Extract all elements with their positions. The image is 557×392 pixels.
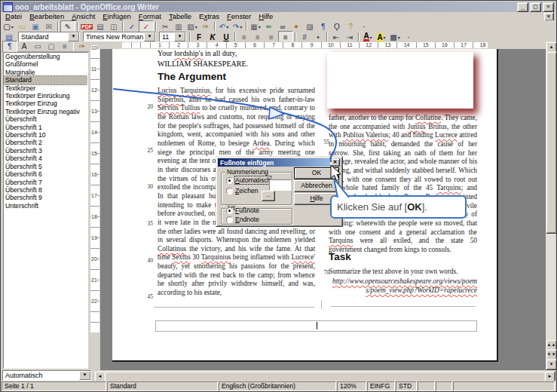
chevron-down-icon[interactable]: ▾ (398, 35, 400, 40)
menu-item-extras[interactable]: Extras (195, 12, 223, 20)
radio-automatic[interactable]: Automatisch (226, 176, 271, 184)
redo-button[interactable]: ↷▾ (231, 21, 244, 32)
ok-button[interactable]: OK (294, 167, 339, 179)
numbered-list-button[interactable]: # (298, 32, 311, 42)
radio-icon[interactable] (226, 188, 233, 194)
radio-footnote[interactable]: Fußnote (226, 207, 259, 214)
chevron-down-icon[interactable]: ▾ (195, 24, 197, 29)
print-file-button[interactable]: ▤ (93, 21, 107, 32)
chevron-down-icon[interactable]: ▾ (240, 24, 242, 29)
chevron-down-icon[interactable]: ▼ (79, 371, 90, 380)
chevron-down-icon[interactable]: ▾ (384, 35, 386, 40)
copy-button[interactable]: ▥ (172, 21, 185, 32)
style-item[interactable]: Textkörper Einrückung (4, 92, 87, 100)
navigator-button[interactable]: ✦ (289, 21, 303, 32)
chevron-down-icon[interactable]: ▾ (11, 24, 14, 29)
gallery-button[interactable]: ▨ (303, 21, 317, 32)
insert-table-button[interactable]: ▦▾ (249, 21, 262, 32)
style-item[interactable]: Grußformel (4, 60, 87, 68)
document-text-line[interactable]: WILLIAM SHAKESPEARE. (158, 60, 315, 68)
menu-item-einfgen[interactable]: Einfügen (99, 12, 135, 20)
spellcheck-button[interactable]: ✓ (125, 21, 139, 32)
format-paintbrush-button[interactable]: ✑ (199, 21, 213, 32)
undo-button[interactable]: ↶▾ (217, 21, 231, 32)
radio-icon[interactable] (226, 207, 233, 214)
footer-text-frame[interactable] (155, 320, 477, 332)
character-styles-button[interactable]: A (17, 41, 31, 52)
style-item[interactable]: Überschrift (4, 115, 87, 123)
style-item[interactable]: Gegenüberstellung (4, 53, 87, 60)
frame-styles-button[interactable]: ▭ (31, 41, 44, 52)
cut-button[interactable]: ✂ (158, 21, 172, 32)
style-item[interactable]: Überschrift 8 (4, 186, 87, 194)
right-column-text[interactable]: father, another to the camp for Collatin… (329, 114, 477, 255)
menu-item-hilfe[interactable]: Hilfe (255, 12, 277, 20)
document-as-email-button[interactable]: ✉ (42, 21, 56, 32)
align-left-button[interactable]: ≡ (237, 32, 251, 42)
auto-spellcheck-button[interactable]: ✓ (139, 20, 154, 32)
zoom-button[interactable]: Ϙ (330, 21, 344, 32)
save-document-button[interactable]: ▣ (29, 21, 42, 32)
document-close-button[interactable]: ✕ (543, 12, 554, 21)
menu-item-datei[interactable]: Datei (2, 12, 26, 20)
scrollbar-thumb[interactable] (546, 51, 557, 234)
find-and-replace-button[interactable]: ∞ (276, 21, 289, 32)
document-image[interactable] (327, 52, 473, 109)
bold-button[interactable]: F (192, 32, 206, 42)
task-text[interactable]: Summarize the text above in your own wor… (329, 268, 477, 277)
show-draw-functions-button[interactable]: ✏ (262, 21, 276, 32)
chevron-down-icon[interactable]: ▼ (68, 32, 79, 41)
align-right-button[interactable]: ≡ (265, 32, 278, 42)
chevron-down-icon[interactable]: ▼ (174, 32, 185, 41)
style-item[interactable]: Überschrift 6 (4, 170, 87, 178)
vertical-scrollbar[interactable]: ▲ ▲▲ ▼▼ ▼ (546, 41, 555, 370)
dialog-title-bar[interactable]: Fußnote einfügen ✕ (218, 158, 341, 167)
nonprinting-characters-button[interactable]: ¶ (317, 21, 330, 32)
fill-mode-combo[interactable]: Automatisch ▼ (2, 370, 91, 381)
font-color-button[interactable]: A▾ (361, 32, 375, 42)
chevron-down-icon[interactable]: ▼ (144, 32, 155, 41)
radio-character[interactable]: Zeichen (226, 187, 259, 194)
style-item[interactable]: Textkörper Einzug (4, 100, 87, 107)
scroll-down-button[interactable]: ▼ (546, 359, 557, 370)
style-item[interactable]: Marginalie (4, 69, 87, 76)
document-heading[interactable]: Task (329, 251, 351, 262)
highlighting-button[interactable]: A▾ (375, 32, 388, 42)
style-item[interactable]: Überschrift 1 (4, 124, 87, 131)
radio-icon[interactable] (226, 216, 233, 223)
menu-item-tabelle[interactable]: Tabelle (165, 12, 195, 20)
numbering-styles-button[interactable]: ≡ (58, 41, 72, 52)
page-preview-button[interactable]: ◫ (107, 21, 121, 32)
page-styles-button[interactable]: ▢ (44, 41, 58, 52)
toolbar-overflow-button[interactable]: · (402, 32, 415, 42)
export-pdf-button[interactable]: PDF (80, 21, 93, 32)
style-item[interactable]: Überschrift 5 (4, 163, 87, 170)
style-item[interactable]: Überschrift 7 (4, 179, 87, 186)
italic-button[interactable]: K (206, 32, 219, 42)
chevron-down-icon[interactable]: ▾ (370, 35, 372, 40)
help-agent-button[interactable]: ? (344, 21, 357, 32)
cancel-button[interactable]: Abbrechen (294, 180, 339, 192)
style-item[interactable]: Textkörper (4, 84, 87, 92)
dialog-close-icon[interactable]: ✕ (330, 158, 340, 167)
menu-item-ansicht[interactable]: Ansicht (68, 12, 99, 20)
maximize-button[interactable]: □ (530, 2, 541, 12)
font-size-combo[interactable]: 11 ▼ (159, 32, 186, 42)
document-heading[interactable]: The Argument (158, 71, 226, 82)
underline-button[interactable]: U (219, 32, 233, 42)
menu-item-bearbeiten[interactable]: Bearbeiten (26, 12, 68, 20)
chevron-down-icon[interactable]: ▾ (226, 24, 228, 29)
character-input[interactable] (269, 179, 292, 191)
align-center-button[interactable]: ≡ (251, 32, 265, 42)
close-button[interactable]: ✕ (543, 2, 554, 12)
paragraph-styles-button[interactable]: ¶ (2, 41, 17, 53)
horizontal-scrollbar[interactable]: ◄ ► (94, 371, 555, 381)
zoom-level[interactable]: 120% (337, 381, 366, 391)
minimize-button[interactable]: _ (517, 2, 528, 12)
chevron-down-icon[interactable]: ▾ (259, 24, 261, 29)
menu-item-format[interactable]: Format (135, 12, 165, 20)
style-item[interactable]: Unterschrift (4, 202, 87, 210)
fill-format-mode-button[interactable]: ✑ (75, 41, 89, 52)
edit-file-button[interactable]: ✎ (60, 20, 75, 32)
style-item[interactable]: Standard (4, 76, 87, 84)
